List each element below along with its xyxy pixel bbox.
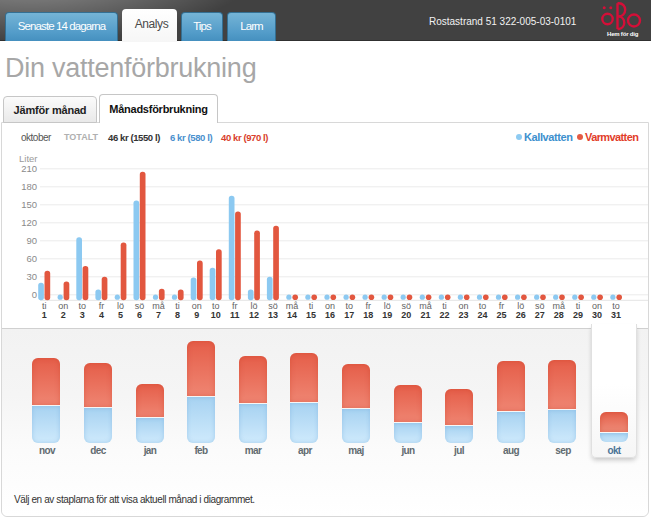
svg-text:8: 8	[175, 310, 180, 320]
svg-text:30: 30	[592, 310, 602, 320]
svg-text:2: 2	[61, 310, 66, 320]
svg-text:7: 7	[156, 310, 161, 320]
svg-text:60: 60	[26, 253, 37, 264]
svg-text:1: 1	[42, 310, 47, 320]
svg-text:Liter: Liter	[19, 153, 37, 164]
svg-text:17: 17	[344, 310, 354, 320]
svg-text:28: 28	[554, 310, 564, 320]
svg-text:120: 120	[21, 217, 37, 228]
svg-text:9: 9	[194, 310, 199, 320]
svg-text:29: 29	[573, 310, 583, 320]
svg-text:21: 21	[420, 310, 430, 320]
svg-text:22: 22	[439, 310, 449, 320]
svg-text:12: 12	[249, 310, 259, 320]
svg-text:90: 90	[26, 235, 37, 246]
svg-text:0: 0	[32, 289, 37, 300]
svg-text:11: 11	[230, 310, 240, 320]
svg-text:6: 6	[137, 310, 142, 320]
svg-text:180: 180	[21, 181, 37, 192]
svg-text:24: 24	[478, 310, 488, 320]
svg-text:19: 19	[382, 310, 392, 320]
svg-text:4: 4	[99, 310, 104, 320]
svg-text:20: 20	[401, 310, 411, 320]
svg-text:5: 5	[118, 310, 123, 320]
svg-text:14: 14	[287, 310, 297, 320]
svg-text:26: 26	[516, 310, 526, 320]
svg-text:27: 27	[535, 310, 545, 320]
svg-text:18: 18	[363, 310, 373, 320]
svg-text:23: 23	[458, 310, 468, 320]
svg-text:150: 150	[21, 199, 37, 210]
svg-text:Hem för dig: Hem för dig	[607, 31, 639, 37]
svg-text:31: 31	[611, 310, 621, 320]
svg-text:15: 15	[306, 310, 316, 320]
svg-text:210: 210	[21, 163, 37, 174]
svg-text:30: 30	[26, 271, 37, 282]
svg-text:13: 13	[268, 310, 278, 320]
svg-text:3: 3	[80, 310, 85, 320]
svg-text:10: 10	[211, 310, 221, 320]
svg-text:16: 16	[325, 310, 335, 320]
svg-text:25: 25	[497, 310, 507, 320]
